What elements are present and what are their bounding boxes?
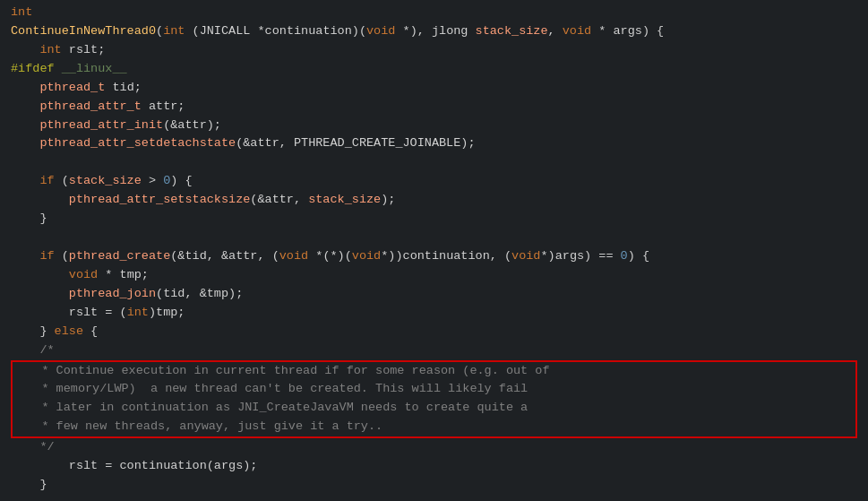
line-8: pthread_attr_setdetachstate(&attr, PTHRE… bbox=[11, 134, 857, 153]
line-15: void * tmp; bbox=[11, 266, 857, 285]
line-4: #ifdef __linux__ bbox=[11, 60, 857, 79]
line-20: * Continue execution in current thread i… bbox=[13, 362, 855, 381]
line-16: pthread_join(tid, &tmp); bbox=[11, 285, 857, 304]
code-editor: int ContinueInNewThread0(int (JNICALL *c… bbox=[0, 0, 868, 501]
line-18: } else { bbox=[11, 323, 857, 341]
line-19: /* bbox=[11, 341, 857, 360]
line-2: ContinueInNewThread0(int (JNICALL *conti… bbox=[11, 22, 857, 41]
line-21: * memory/LWP) a new thread can't be crea… bbox=[13, 380, 855, 399]
line-11: pthread_attr_setstacksize(&attr, stack_s… bbox=[11, 191, 857, 210]
line-5: pthread_t tid; bbox=[11, 79, 857, 98]
line-9 bbox=[11, 153, 857, 172]
line-14: if (pthread_create(&tid, &attr, (void *(… bbox=[11, 247, 857, 266]
line-3: int rslt; bbox=[11, 41, 857, 60]
line-24: */ bbox=[11, 438, 857, 457]
line-10: if (stack_size > 0) { bbox=[11, 172, 857, 191]
line-25: rslt = continuation(args); bbox=[11, 457, 857, 476]
line-17: rslt = (int)tmp; bbox=[11, 304, 857, 323]
line-23: * few new threads, anyway, just give it … bbox=[13, 418, 855, 436]
line-26: } bbox=[11, 476, 857, 495]
highlighted-comment-block: * Continue execution in current thread i… bbox=[11, 360, 857, 439]
line-13 bbox=[11, 229, 857, 247]
line-22: * later in continuation as JNI_CreateJav… bbox=[13, 399, 855, 418]
line-7: pthread_attr_init(&attr); bbox=[11, 117, 857, 135]
line-6: pthread_attr_t attr; bbox=[11, 98, 857, 117]
line-12: } bbox=[11, 210, 857, 229]
line-1: int bbox=[11, 4, 857, 22]
